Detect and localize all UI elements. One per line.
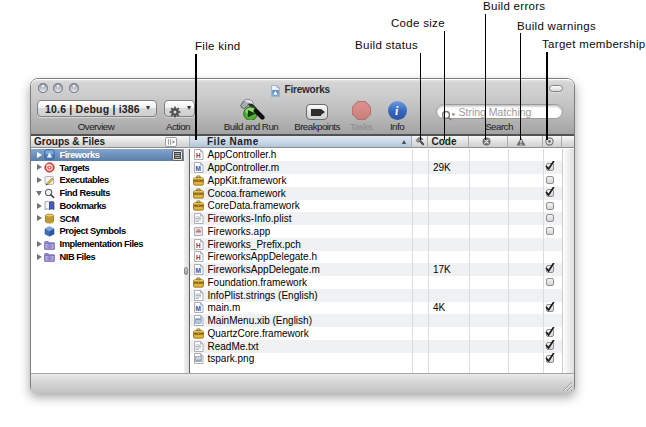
svg-text:H: H: [196, 152, 201, 159]
svg-text:H: H: [196, 254, 201, 261]
svg-text:H: H: [196, 241, 201, 248]
svg-text:M: M: [195, 305, 200, 312]
svg-text:M: M: [195, 267, 200, 274]
svg-text:M: M: [195, 165, 200, 172]
